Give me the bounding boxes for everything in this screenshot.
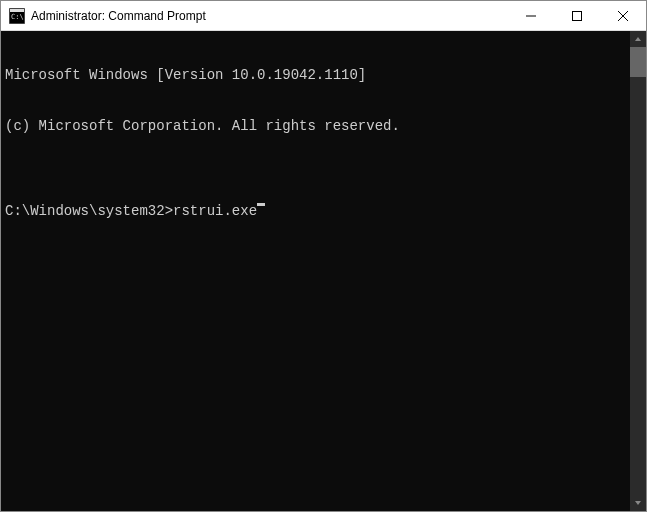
- scrollbar-thumb[interactable]: [630, 47, 646, 77]
- window-title: Administrator: Command Prompt: [31, 9, 508, 23]
- maximize-button[interactable]: [554, 1, 600, 30]
- command-prompt-window: C:\ Administrator: Command Prompt Micros…: [0, 0, 647, 512]
- titlebar[interactable]: C:\ Administrator: Command Prompt: [1, 1, 646, 31]
- terminal-area: Microsoft Windows [Version 10.0.19042.11…: [1, 31, 646, 511]
- prompt-text: C:\Windows\system32>: [5, 203, 173, 220]
- scrollbar-up-button[interactable]: [630, 31, 646, 47]
- vertical-scrollbar[interactable]: [630, 31, 646, 511]
- minimize-button[interactable]: [508, 1, 554, 30]
- prompt-line: C:\Windows\system32>rstrui.exe: [5, 203, 626, 220]
- svg-text:C:\: C:\: [11, 13, 24, 21]
- close-button[interactable]: [600, 1, 646, 30]
- svg-marker-8: [635, 501, 641, 505]
- command-text: rstrui.exe: [173, 203, 257, 220]
- svg-rect-4: [573, 11, 582, 20]
- copyright-line: (c) Microsoft Corporation. All rights re…: [5, 118, 626, 135]
- window-controls: [508, 1, 646, 30]
- svg-marker-7: [635, 37, 641, 41]
- cmd-icon: C:\: [9, 8, 25, 24]
- scrollbar-down-button[interactable]: [630, 495, 646, 511]
- terminal[interactable]: Microsoft Windows [Version 10.0.19042.11…: [1, 31, 630, 511]
- version-line: Microsoft Windows [Version 10.0.19042.11…: [5, 67, 626, 84]
- svg-rect-1: [10, 9, 24, 12]
- cursor: [257, 203, 265, 206]
